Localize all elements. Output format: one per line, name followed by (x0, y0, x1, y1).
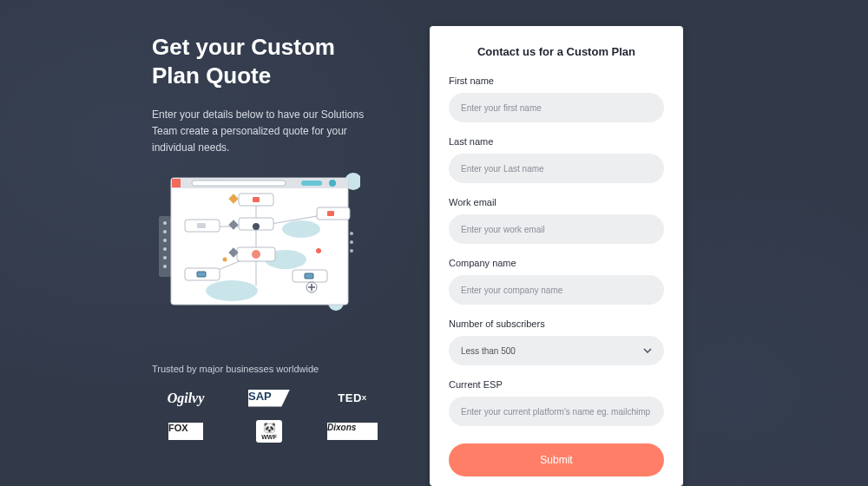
page-title: Get your Custom Plan Quote (152, 33, 386, 89)
last-name-label: Last name (449, 136, 664, 147)
subscribers-label: Number of subscribers (449, 319, 664, 329)
work-email-input[interactable] (449, 214, 664, 244)
company-name-input[interactable] (449, 275, 664, 305)
svg-rect-12 (192, 181, 286, 186)
submit-button[interactable]: Submit (449, 443, 664, 476)
trusted-by-label: Trusted by major businesses worldwide (152, 364, 386, 374)
svg-point-32 (252, 250, 260, 259)
first-name-input[interactable] (449, 93, 664, 122)
svg-rect-13 (301, 181, 322, 186)
svg-point-5 (163, 239, 167, 242)
svg-point-40 (223, 257, 227, 261)
first-name-label: First name (449, 76, 664, 86)
quote-form-card: Contact us for a Custom Plan First name … (430, 26, 683, 486)
current-esp-label: Current ESP (449, 379, 664, 390)
svg-point-14 (329, 180, 336, 187)
svg-rect-29 (253, 197, 260, 202)
logo-sap: SAP (235, 386, 303, 410)
logo-fox: FOX (152, 419, 220, 443)
svg-point-45 (350, 240, 353, 244)
svg-point-6 (163, 247, 167, 251)
svg-rect-11 (172, 179, 181, 187)
svg-point-17 (206, 280, 258, 301)
work-email-label: Work email (449, 197, 664, 207)
subscribers-selected-value: Less than 500 (461, 346, 516, 356)
logos-grid: Ogilvy SAP TEDX FOX 🐼WWF Dixons (152, 386, 386, 443)
workflow-illustration (154, 173, 360, 312)
last-name-input[interactable] (449, 154, 664, 183)
svg-point-44 (350, 232, 353, 235)
svg-rect-30 (327, 211, 334, 216)
svg-point-46 (350, 249, 353, 253)
page-description: Enter your details below to have our Sol… (152, 107, 386, 157)
chevron-down-icon (643, 346, 652, 355)
svg-point-8 (163, 265, 167, 268)
svg-point-4 (163, 230, 167, 233)
company-name-label: Company name (449, 258, 664, 268)
form-heading: Contact us for a Custom Plan (449, 45, 664, 58)
logo-dixons: Dixons (319, 419, 386, 443)
svg-rect-33 (197, 272, 206, 277)
svg-rect-35 (197, 223, 206, 228)
subscribers-select[interactable]: Less than 500 (449, 336, 664, 365)
current-esp-input[interactable] (449, 397, 664, 426)
logo-wwf: 🐼WWF (235, 419, 303, 443)
logo-ogilvy: Ogilvy (152, 386, 220, 410)
logo-tedx: TEDX (319, 386, 386, 410)
svg-point-15 (282, 220, 320, 238)
svg-point-7 (163, 256, 167, 259)
svg-point-31 (253, 223, 260, 230)
svg-point-3 (163, 221, 167, 225)
svg-point-39 (316, 248, 321, 253)
svg-rect-34 (305, 273, 313, 279)
